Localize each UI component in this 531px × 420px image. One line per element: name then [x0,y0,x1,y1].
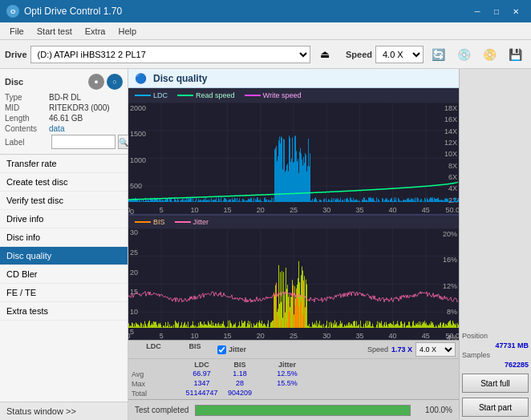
ldc-color [135,95,151,96]
sidebar-item-extra-tests[interactable]: Extra tests [0,302,128,321]
sidebar-item-create-test[interactable]: Create test disc [0,173,128,192]
maximize-button[interactable]: □ [488,4,505,18]
speed-label: Speed [346,50,372,59]
save-button[interactable]: 💾 [504,43,526,66]
sidebar-item-label-disc-info: Disc info [6,232,40,242]
position-val: 47731 MB [462,341,529,349]
ldc-col-header: LDC [180,360,224,370]
bis-header: BIS [188,342,201,350]
sidebar-bottom: Status window >> [0,402,128,420]
legend-jitter-label: Jitter [193,218,209,226]
quality-header: 🔵 Disc quality [128,69,459,88]
ldc-total: 51144747 [180,389,224,398]
drive-label: Drive [5,50,27,59]
sidebar-item-fe-te[interactable]: FE / TE [0,284,128,302]
disc-icon-blue: ○ [107,74,123,90]
title-bar: O Opti Drive Control 1.70 ─ □ ✕ [0,0,531,22]
sidebar-item-cd-bler[interactable]: CD Bler [0,265,128,284]
menu-help[interactable]: Help [111,25,143,38]
avg-label: Avg [132,370,180,379]
progress-bar-inner [196,406,410,415]
speed-group: Speed 1.73 X 4.0 X [367,342,456,357]
label-key: Label [5,138,49,147]
stats-data-rows: LDC BIS Jitter Avg 66.97 1.18 12.5% Max … [128,358,459,399]
stats-row-1: LDC BIS Jitter Speed 1.73 X 4.0 X [128,340,459,358]
type-val: BD-R DL [49,93,81,102]
length-key: Length [5,114,49,123]
menu-bar: File Start test Extra Help [0,22,531,40]
legend-bis-label: BIS [153,218,165,226]
bis-total: 904209 [224,389,256,398]
label-browse-button[interactable]: 🔍 [118,135,129,149]
disc-panel: Disc ● ○ Type BD-R DL MID RITEKDR3 (000) [0,69,128,155]
legend-bis: BIS [135,218,165,226]
length-val: 46.61 GB [49,114,83,123]
sidebar-item-verify-test[interactable]: Verify test disc [0,192,128,210]
sidebar-item-label-cd-bler: CD Bler [6,269,38,279]
charts-container: LDC Read speed Write speed [128,88,459,340]
legend-ldc: LDC [135,91,168,99]
empty-cell [132,360,180,370]
ldc-stat-col: LDC [132,342,176,357]
sidebar-item-label-drive-info: Drive info [6,214,43,224]
disc-button[interactable]: 💿 [452,43,475,66]
bis-max: 28 [224,379,256,389]
legend-write-label: Write speed [263,91,302,99]
app-icon: O [6,5,19,18]
sidebar-item-label-fe-te: FE / TE [6,288,36,297]
sidebar-item-drive-info[interactable]: Drive info [0,210,128,228]
write-speed-color [245,95,261,96]
legend-jitter: Jitter [175,218,209,226]
legend-read-label: Read speed [196,91,235,99]
main-content: 🔵 Disc quality LDC Read speed [128,69,459,420]
ldc-max: 1347 [180,379,224,389]
minimize-button[interactable]: ─ [468,4,486,18]
max-label: Max [132,379,180,389]
sidebar-item-label-transfer-rate: Transfer rate [6,159,57,168]
progress-pct: 100.0% [417,406,452,414]
menu-start-test[interactable]: Start test [30,25,79,38]
refresh-button[interactable]: 🔄 [427,43,449,66]
sidebar-item-disc-quality[interactable]: Disc quality [0,247,128,265]
jitter-header: Jitter [229,345,246,353]
drive-toolbar: Drive (D:) ATAPI iHBS312 2 PL17 ⏏ Speed … [0,40,531,69]
start-full-button[interactable]: Start full [462,374,529,393]
drive-select[interactable]: (D:) ATAPI iHBS312 2 PL17 [30,46,310,63]
jitter-checkbox[interactable] [217,345,226,354]
app-title: Opti Drive Control 1.70 [24,6,122,17]
menu-extra[interactable]: Extra [79,25,112,38]
status-window-button[interactable]: Status window >> [0,402,128,420]
jitter-color [175,221,191,223]
jitter-total [262,389,312,398]
sidebar-item-label-create-test: Create test disc [6,177,67,187]
speed-select[interactable]: 4.0 X [375,46,424,63]
window-controls: ─ □ ✕ [468,4,525,18]
speed-stat-label: Speed [367,345,388,353]
jitter-avg: 12.5% [262,370,312,379]
disc2-button[interactable]: 📀 [478,43,501,66]
bottom-chart [128,228,459,340]
close-button[interactable]: ✕ [507,4,525,18]
quality-title: Disc quality [153,73,207,84]
eject-button[interactable]: ⏏ [314,43,336,66]
type-key: Type [5,93,49,102]
sidebar-item-disc-info[interactable]: Disc info [0,228,128,247]
speed-stat-select[interactable]: 4.0 X [415,342,456,357]
disc-section-label: Disc [5,77,23,87]
sidebar-item-transfer-rate[interactable]: Transfer rate [0,155,128,173]
sidebar-item-label-verify-test: Verify test disc [6,196,63,205]
bis-color [135,221,151,223]
progress-bar-outer [195,405,411,416]
bis-avg: 1.18 [224,370,256,379]
speed-val: 1.73 X [391,345,412,353]
contents-val: data [49,124,64,133]
label-input[interactable] [51,135,116,149]
bottom-panel: Test completed 100.0% [128,399,459,420]
sidebar: Disc ● ○ Type BD-R DL MID RITEKDR3 (000) [0,69,128,420]
start-part-button[interactable]: Start part [462,398,529,417]
menu-file[interactable]: File [3,25,30,38]
contents-key: Contents [5,124,49,133]
jitter-col-header: Jitter [262,360,312,370]
bis-stat-col: BIS [179,342,211,357]
sidebar-item-label-extra-tests: Extra tests [6,306,48,316]
